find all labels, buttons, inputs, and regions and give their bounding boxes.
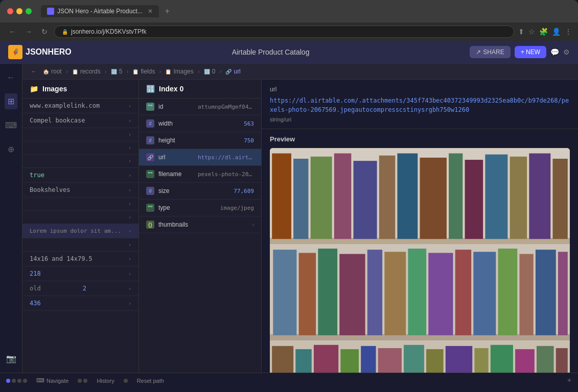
forward-button[interactable]: → — [22, 27, 35, 37]
breadcrumb-root[interactable]: 🏠 root — [41, 67, 64, 76]
browser-window: JSON Hero - Airtable Product... ✕ + ← → … — [0, 0, 578, 41]
bottom-right-icon: ☀ — [567, 377, 572, 384]
preview-svg — [270, 148, 570, 373]
breadcrumb-back-button[interactable]: ← — [29, 68, 39, 75]
sidebar-tree-icon[interactable]: ⊞ — [5, 93, 17, 109]
list-item[interactable]: › — [22, 238, 138, 252]
list-item[interactable]: Bookshelves › — [22, 183, 138, 198]
minimize-button[interactable] — [16, 8, 22, 14]
index-item-thumbnails[interactable]: {} thumbnails › — [139, 216, 261, 233]
index-item-url[interactable]: 🔗 url https://dl.airtable.com/.attach... — [139, 149, 261, 166]
type-icon-quot: "" — [146, 170, 154, 178]
item-arrow-icon: › — [128, 228, 131, 234]
breadcrumb-images[interactable]: 📋 Images — [163, 67, 195, 76]
profile-icon[interactable]: 👤 — [552, 28, 561, 36]
history-button[interactable]: History — [94, 377, 117, 385]
list-item[interactable]: › — [22, 198, 138, 211]
browser-tab[interactable]: JSON Hero - Airtable Product... ✕ — [41, 5, 159, 17]
breadcrumb-fields[interactable]: 📋 fields — [130, 67, 157, 76]
index-key-filename: filename — [158, 170, 181, 178]
sidebar-code-icon[interactable]: ⌨ — [2, 117, 20, 133]
new-button[interactable]: + NEW — [515, 46, 546, 58]
index-item-filename[interactable]: "" filename pexels-photo-2067569.jpeg?..… — [139, 166, 261, 183]
item-arrow-icon: › — [128, 256, 131, 262]
svg-rect-40 — [378, 348, 402, 373]
svg-rect-8 — [379, 156, 395, 239]
index-value-type: image/jpeg — [220, 205, 254, 211]
navigate-button[interactable]: ⌨ Navigate — [33, 376, 72, 385]
fields-icon: 📋 — [132, 69, 138, 75]
list-item[interactable]: old 2 › — [22, 281, 138, 296]
index-item-size[interactable]: # size 77,609 — [139, 183, 261, 200]
preview-title: Preview — [270, 135, 570, 143]
svg-rect-42 — [426, 349, 444, 373]
svg-rect-11 — [449, 153, 463, 239]
list-item[interactable]: 14x16 and 14x79.5 › — [22, 252, 138, 266]
images-icon: 📋 — [165, 69, 171, 75]
five-icon: 🔢 — [111, 69, 117, 75]
svg-rect-43 — [446, 346, 472, 373]
svg-rect-13 — [485, 155, 507, 239]
index-key-id: id — [158, 103, 163, 110]
svg-rect-15 — [529, 153, 550, 239]
share-icon[interactable]: ⬆ — [518, 28, 524, 36]
index-item-width[interactable]: # width 563 — [139, 115, 261, 132]
maximize-button[interactable] — [26, 8, 32, 14]
breadcrumb-5[interactable]: 🔢 5 — [109, 67, 125, 76]
breadcrumb-url-label: url — [234, 68, 240, 75]
svg-rect-29 — [498, 249, 518, 335]
item-value: Lorem ipsum dolor sit am... — [30, 228, 121, 234]
item-value: 14x16 and 14x79.5 — [30, 255, 93, 262]
reset-path-button[interactable]: Reset path — [134, 377, 167, 385]
menu-icon[interactable]: ⋮ — [565, 28, 572, 36]
close-button[interactable] — [7, 8, 13, 14]
address-bar[interactable]: 🔒 jsonhero.io/j/KD5KVstvTPfk — [54, 26, 514, 38]
ssl-icon: 🔒 — [62, 29, 68, 35]
list-item[interactable]: Compel bookcase › — [22, 113, 138, 128]
index-item-left: # height — [146, 136, 175, 144]
breadcrumb-fields-label: fields — [141, 68, 155, 75]
bookmark-icon[interactable]: ☆ — [528, 28, 535, 36]
reload-button[interactable]: ↻ — [39, 27, 50, 37]
sidebar-screenshot-icon[interactable]: 📷 — [3, 351, 19, 366]
dot-5 — [78, 379, 82, 383]
tab-close-button[interactable]: ✕ — [148, 8, 153, 15]
breadcrumb-5-label: 5 — [119, 68, 123, 75]
list-item[interactable]: www.examplelink.com › — [22, 99, 138, 113]
type-icon-url: 🔗 — [146, 153, 154, 161]
index-item-type[interactable]: "" type image/jpeg — [139, 200, 261, 216]
list-item[interactable]: 218 › — [22, 266, 138, 281]
index-item-height[interactable]: # height 750 — [139, 132, 261, 149]
list-item[interactable]: › — [22, 155, 138, 168]
images-panel-icon: 📁 — [30, 85, 38, 93]
svg-rect-35 — [272, 346, 293, 373]
app-logo: 🦸 JSONHERO — [8, 45, 72, 59]
github-icon[interactable]: ⚙ — [563, 48, 570, 56]
breadcrumb-0[interactable]: 🔢 0 — [202, 67, 218, 76]
list-item[interactable]: true › — [22, 168, 138, 183]
bottom-dots-3 — [124, 379, 128, 383]
back-button[interactable]: ← — [6, 27, 18, 37]
sidebar-back-icon[interactable]: ← — [4, 70, 18, 85]
index-value-url: https://dl.airtable.com/.attach... — [198, 154, 254, 161]
breadcrumb-url[interactable]: 🔗 url — [223, 67, 242, 76]
index-item-id[interactable]: "" id attumnpGmMgmf04Uz — [139, 99, 261, 115]
svg-rect-47 — [537, 346, 554, 373]
new-tab-button[interactable]: + — [165, 7, 170, 16]
list-item[interactable]: 436 › — [22, 296, 138, 311]
sidebar-search-icon[interactable]: ⊕ — [5, 141, 17, 157]
list-item[interactable]: › — [22, 141, 138, 155]
share-button[interactable]: ↗ SHARE — [470, 46, 510, 58]
list-item[interactable]: › — [22, 211, 138, 224]
zero-icon: 🔢 — [204, 69, 210, 75]
discord-icon[interactable]: 💬 — [550, 48, 559, 56]
url-value: https://dl.airtable.com/.attachments/345… — [270, 96, 570, 114]
svg-rect-23 — [367, 250, 382, 335]
extensions-icon[interactable]: 🧩 — [539, 28, 548, 36]
list-item-selected[interactable]: Lorem ipsum dolor sit am... › — [22, 224, 138, 238]
records-icon: 📋 — [72, 69, 78, 75]
list-item[interactable]: › — [22, 128, 138, 141]
records-list: www.examplelink.com › Compel bookcase › … — [22, 99, 138, 311]
breadcrumb-records[interactable]: 📋 records — [70, 67, 103, 76]
svg-rect-31 — [536, 250, 556, 335]
